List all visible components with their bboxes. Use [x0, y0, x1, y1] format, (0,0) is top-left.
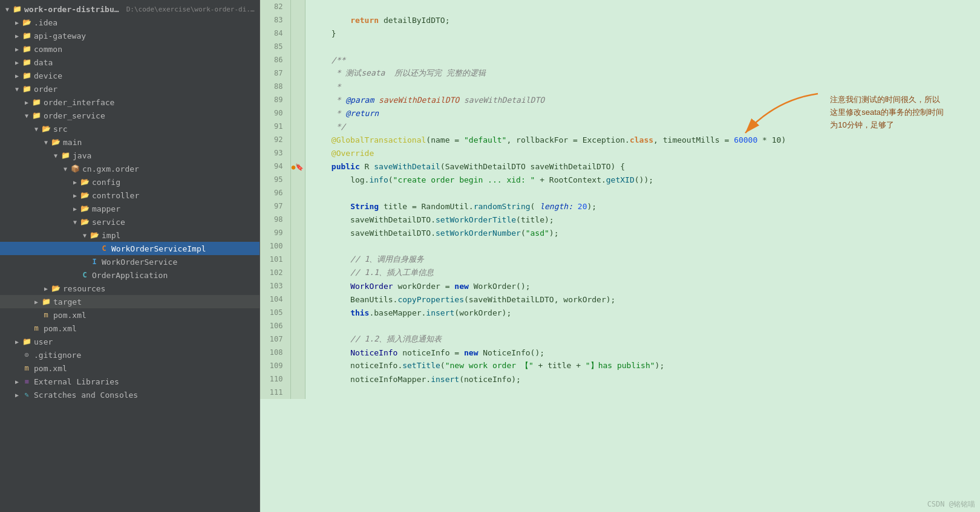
line-number: 109 — [260, 359, 290, 372]
gutter-cell — [290, 386, 305, 399]
sidebar-item-gitignore[interactable]: ▶ ⊙ .gitignore — [0, 348, 260, 361]
gutter-cell — [290, 293, 305, 306]
label-controller: controller — [92, 191, 139, 200]
line-number: 105 — [260, 306, 290, 319]
package-icon: 📦 — [70, 164, 80, 173]
code-line-row: 107 // 1.2、插入消息通知表 — [260, 332, 980, 346]
sidebar-item-package[interactable]: ▼ 📦 cn.gxm.order — [0, 162, 260, 175]
folder-icon-data: 📁 — [22, 57, 31, 67]
label-scratches: Scratches and Consoles — [34, 390, 138, 400]
sidebar-item-device[interactable]: ▶ 📁 device — [0, 69, 260, 82]
folder-icon-java: 📁 — [60, 151, 70, 160]
code-line-row: 109 noticeInfo.setTitle("new work order … — [260, 359, 980, 372]
code-line-row: 84 } — [260, 27, 980, 40]
code-content-cell: @GlobalTransactional(name = "default", r… — [305, 133, 980, 146]
tree-root[interactable]: ▼ 📁 work-order-distribute D:\code\exerci… — [0, 2, 260, 16]
sidebar-item-api-gateway[interactable]: ▶ 📁 api-gateway — [0, 29, 260, 42]
sidebar-item-workorderservice[interactable]: ▶ I WorkOrderService — [0, 255, 260, 268]
gutter-cell — [290, 199, 305, 213]
sidebar-item-impl[interactable]: ▼ 📂 impl — [0, 228, 260, 242]
tree-root-path: D:\code\exercise\work-order-di... — [126, 5, 257, 13]
code-content-cell: * @return — [305, 106, 980, 120]
line-number: 82 — [260, 0, 290, 13]
sidebar-item-user[interactable]: ▶ 📁 user — [0, 335, 260, 348]
sidebar-item-external-libraries[interactable]: ▶ ≡ External Libraries — [0, 375, 260, 388]
sidebar-item-config[interactable]: ▶ 📂 config — [0, 175, 260, 189]
gutter-cell — [290, 106, 305, 120]
code-line-row: 96 — [260, 186, 980, 199]
line-number: 91 — [260, 120, 290, 133]
code-line-row: 105 this.baseMapper.insert(workOrder); — [260, 306, 980, 319]
gutter-cell — [290, 173, 305, 186]
sidebar-item-src[interactable]: ▼ 📂 src — [0, 122, 260, 135]
gutter-cell — [290, 279, 305, 293]
gutter-cell — [290, 213, 305, 226]
line-number: 93 — [260, 146, 290, 160]
code-content-cell: public R saveWithDetail(SaveWithDetailDT… — [305, 160, 980, 173]
line-number: 94 — [260, 160, 290, 173]
libs-icon: ≡ — [22, 377, 31, 386]
gutter-cell — [290, 53, 305, 66]
sidebar-item-pom-order[interactable]: ▶ m pom.xml — [0, 322, 260, 335]
line-number: 106 — [260, 319, 290, 332]
line-number: 92 — [260, 133, 290, 146]
sidebar-item-idea[interactable]: ▶ 📂 .idea — [0, 16, 260, 29]
xml-icon-pom-os: m — [41, 310, 51, 320]
code-content-cell — [305, 0, 980, 13]
code-line-row: 90 * @return — [260, 106, 980, 120]
arrow-common: ▶ — [12, 46, 22, 53]
sidebar-item-order[interactable]: ▼ 📁 order — [0, 82, 260, 96]
code-content[interactable]: 8283 return detailByIdDTO;84 }8586 /**87… — [260, 0, 980, 512]
gutter-cell — [290, 120, 305, 133]
sidebar-item-controller[interactable]: ▶ 📂 controller — [0, 189, 260, 202]
folder-icon-order-interface: 📁 — [31, 97, 41, 107]
arrow-resources: ▶ — [41, 285, 51, 292]
folder-icon-order: 📁 — [22, 84, 31, 94]
sidebar-item-pom-order-service[interactable]: ▶ m pom.xml — [0, 308, 260, 322]
sidebar-item-pom-root[interactable]: ▶ m pom.xml — [0, 361, 260, 375]
sidebar-item-mapper[interactable]: ▶ 📂 mapper — [0, 202, 260, 215]
sidebar-item-resources[interactable]: ▶ 📂 resources — [0, 282, 260, 295]
sidebar-item-main[interactable]: ▼ 📂 main — [0, 135, 260, 149]
line-number: 98 — [260, 213, 290, 226]
sidebar-item-service[interactable]: ▼ 📂 service — [0, 215, 260, 228]
label-orderapplication: OrderApplication — [92, 271, 168, 280]
sidebar-item-workorderserviceimpl[interactable]: ▶ C WorkOrderServiceImpl — [0, 242, 260, 255]
file-tree: ▼ 📁 work-order-distribute D:\code\exerci… — [0, 0, 260, 512]
code-content-cell: /** — [305, 53, 980, 66]
arrow-ext-libs: ▶ — [12, 378, 22, 385]
sidebar-item-order-interface[interactable]: ▶ 📁 order_interface — [0, 96, 260, 109]
label-java: java — [73, 151, 91, 160]
sidebar-item-data[interactable]: ▶ 📁 data — [0, 56, 260, 69]
line-number: 103 — [260, 279, 290, 293]
code-content-cell: // 1.1、插入工单信息 — [305, 266, 980, 279]
gutter-cell — [290, 359, 305, 372]
label-mapper: mapper — [92, 204, 120, 213]
folder-icon-device: 📁 — [22, 71, 31, 80]
label-service: service — [92, 218, 125, 227]
sidebar-item-java[interactable]: ▼ 📁 java — [0, 149, 260, 162]
line-number: 83 — [260, 13, 290, 27]
folder-icon-root: 📁 — [12, 4, 22, 14]
sidebar-item-order-service[interactable]: ▼ 📁 order_service — [0, 109, 260, 122]
code-line-row: 111 — [260, 386, 980, 399]
gutter-cell — [290, 253, 305, 266]
class-icon-workorderserviceimpl: C — [99, 244, 109, 253]
line-number: 90 — [260, 106, 290, 120]
scratches-icon: ✎ — [22, 390, 31, 400]
sidebar-item-orderapplication[interactable]: ▶ C OrderApplication — [0, 268, 260, 282]
arrow-api-gateway: ▶ — [12, 33, 22, 39]
line-number: 86 — [260, 53, 290, 66]
label-workorderserviceimpl: WorkOrderServiceImpl — [111, 244, 206, 253]
code-line-row: 104 BeanUtils.copyProperties(saveWithDet… — [260, 293, 980, 306]
sidebar-item-scratches[interactable]: ▶ ✎ Scratches and Consoles — [0, 388, 260, 401]
folder-icon-mapper: 📂 — [80, 204, 90, 213]
gutter-cell — [290, 372, 305, 386]
gutter-cell — [290, 239, 305, 253]
code-line-row: 86 /** — [260, 53, 980, 66]
code-content-cell: this.baseMapper.insert(workOrder); — [305, 306, 980, 319]
code-content-cell: */ — [305, 120, 980, 133]
sidebar-item-common[interactable]: ▶ 📁 common — [0, 42, 260, 56]
arrow-src: ▼ — [31, 126, 41, 132]
sidebar-item-target[interactable]: ▶ 📁 target — [0, 295, 260, 308]
